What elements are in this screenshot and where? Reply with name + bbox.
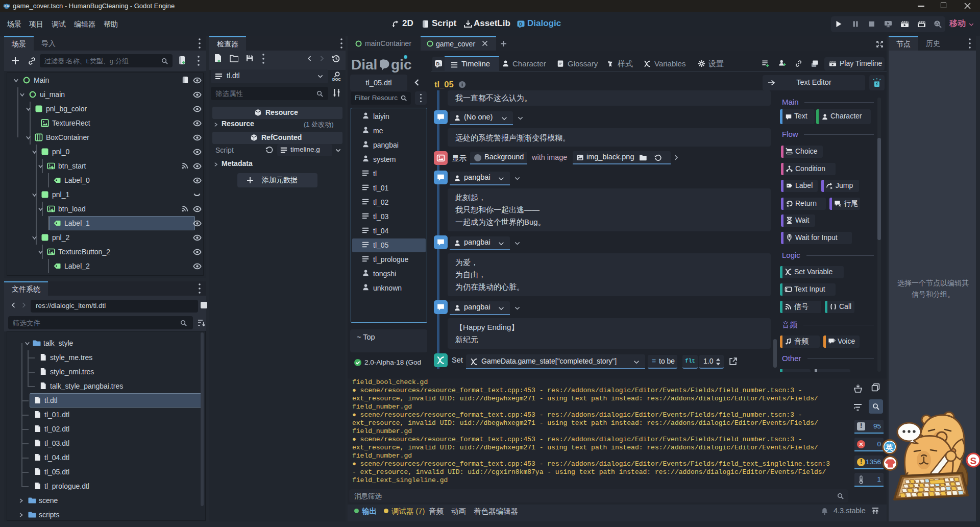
- svg-text:DOC: DOC: [332, 77, 341, 82]
- svg-text:D: D: [519, 21, 523, 27]
- svg-text:英: 英: [885, 443, 893, 451]
- svg-text:S: S: [970, 456, 977, 466]
- svg-text:D.: D.: [436, 61, 440, 66]
